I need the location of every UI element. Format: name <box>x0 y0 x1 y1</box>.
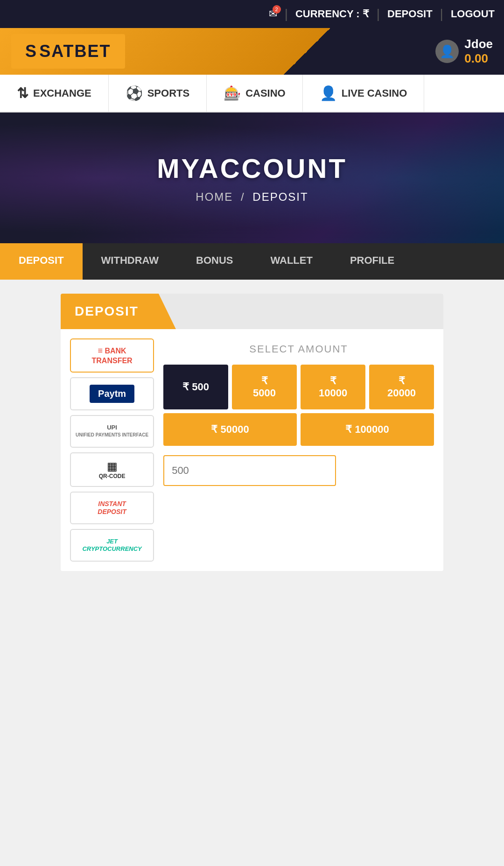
logo-area: S SATBET <box>11 34 125 69</box>
jet-crypto-label: JETCRYPTOCURRENCY <box>82 538 141 552</box>
instant-deposit-label: INSTANTDEPOSIT <box>98 500 126 516</box>
deposit-card: DEPOSIT ≡ BANKTRANSFER Paytm <box>61 294 443 571</box>
breadcrumb-home[interactable]: HOME <box>196 190 233 203</box>
breadcrumb-sep: / <box>241 190 245 203</box>
tab-wallet[interactable]: WALLET <box>252 243 331 280</box>
account-tabs: DEPOSIT WITHDRAW BONUS WALLET PROFILE <box>0 243 504 280</box>
deposit-card-header-wrap: DEPOSIT <box>61 294 443 329</box>
nav-item-exchange[interactable]: ⇅ EXCHANGE <box>0 75 109 112</box>
payment-method-bank[interactable]: ≡ BANKTRANSFER <box>70 338 154 373</box>
hero-banner: MYACCOUNT HOME / DEPOSIT <box>0 113 504 243</box>
amount-input[interactable] <box>163 455 336 486</box>
live-casino-icon: 👤 <box>320 85 337 101</box>
nav-item-live-casino[interactable]: 👤 LIVE CASINO <box>303 75 425 112</box>
username: Jdoe <box>464 37 493 51</box>
amount-btn-500[interactable]: ₹ 500 <box>163 365 228 409</box>
user-area: 👤 Jdoe 0.00 <box>435 37 493 66</box>
page-title: MYACCOUNT <box>157 153 347 184</box>
payment-method-jet[interactable]: JETCRYPTOCURRENCY <box>70 529 154 562</box>
payment-method-paytm[interactable]: Paytm <box>70 377 154 410</box>
nav-live-casino-label: LIVE CASINO <box>342 87 407 99</box>
exchange-icon: ⇅ <box>17 85 28 101</box>
paytm-label: Paytm <box>90 385 134 403</box>
amount-grid-row1: ₹ 500 ₹5000 ₹10000 ₹20000 <box>163 365 434 409</box>
logo-text: S SATBET <box>25 42 111 61</box>
logout-link[interactable]: LOGOUT <box>451 8 495 20</box>
top-bar: ✉ 2 | CURRENCY : ₹ | DEPOSIT | LOGOUT <box>0 0 504 28</box>
amount-grid-row2: ₹ 50000 ₹ 100000 <box>163 413 434 446</box>
nav-casino-label: CASINO <box>245 87 286 99</box>
amount-btn-50000[interactable]: ₹ 50000 <box>163 413 297 446</box>
amount-btn-10000[interactable]: ₹10000 <box>301 365 365 409</box>
nav-bar: ⇅ EXCHANGE ⚽ SPORTS 🎰 CASINO 👤 LIVE CASI… <box>0 75 504 113</box>
amount-btn-5000[interactable]: ₹5000 <box>232 365 297 409</box>
qr-label: ▦ QR-CODE <box>99 460 126 479</box>
nav-exchange-label: EXCHANGE <box>33 87 91 99</box>
avatar: 👤 <box>435 40 459 63</box>
casino-icon: 🎰 <box>224 85 241 101</box>
separator3: | <box>440 7 443 21</box>
amount-section: SELECT AMOUNT ₹ 500 ₹5000 ₹10000 ₹20000 … <box>163 338 434 562</box>
mail-badge: 2 <box>273 5 281 14</box>
breadcrumb-current: DEPOSIT <box>252 190 308 203</box>
tab-deposit[interactable]: DEPOSIT <box>0 243 83 280</box>
tab-profile[interactable]: PROFILE <box>331 243 413 280</box>
bank-transfer-label: ≡ BANKTRANSFER <box>92 346 133 365</box>
user-info: Jdoe 0.00 <box>464 37 493 66</box>
amount-btn-20000[interactable]: ₹20000 <box>369 365 434 409</box>
deposit-body: ≡ BANKTRANSFER Paytm UPIUNIFIED PAYMENTS… <box>61 329 443 571</box>
nav-item-sports[interactable]: ⚽ SPORTS <box>109 75 207 112</box>
site-header: S SATBET 👤 Jdoe 0.00 <box>0 28 504 75</box>
upi-label: UPIUNIFIED PAYMENTS INTERFACE <box>76 424 148 438</box>
logo-full: SATBET <box>39 42 111 61</box>
balance: 0.00 <box>464 51 493 66</box>
nav-sports-label: SPORTS <box>147 87 189 99</box>
tab-bonus[interactable]: BONUS <box>177 243 252 280</box>
top-deposit-link[interactable]: DEPOSIT <box>387 8 433 20</box>
nav-item-casino[interactable]: 🎰 CASINO <box>207 75 303 112</box>
sports-icon: ⚽ <box>126 85 143 101</box>
select-amount-title: SELECT AMOUNT <box>163 343 434 355</box>
breadcrumb: HOME / DEPOSIT <box>196 190 308 204</box>
deposit-card-header-text: DEPOSIT <box>75 304 139 318</box>
separator2: | <box>377 7 380 21</box>
amount-btn-100000[interactable]: ₹ 100000 <box>301 413 434 446</box>
payment-method-instant[interactable]: INSTANTDEPOSIT <box>70 492 154 524</box>
tab-withdraw[interactable]: WITHDRAW <box>83 243 177 280</box>
mail-icon-wrap[interactable]: ✉ 2 <box>269 8 277 20</box>
payment-methods: ≡ BANKTRANSFER Paytm UPIUNIFIED PAYMENTS… <box>70 338 154 562</box>
payment-method-upi[interactable]: UPIUNIFIED PAYMENTS INTERFACE <box>70 415 154 448</box>
currency-label: CURRENCY : ₹ <box>295 8 369 20</box>
separator1: | <box>285 7 288 21</box>
logo-s: S <box>25 42 39 61</box>
payment-method-qr[interactable]: ▦ QR-CODE <box>70 452 154 487</box>
deposit-card-header: DEPOSIT <box>61 294 176 329</box>
main-content: DEPOSIT ≡ BANKTRANSFER Paytm <box>0 280 504 585</box>
